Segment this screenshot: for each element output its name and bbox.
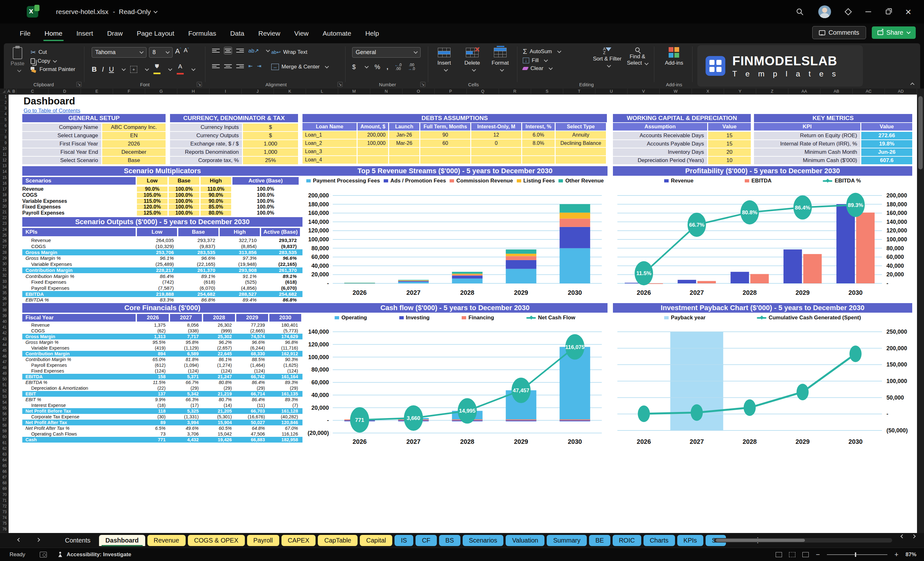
value-cell: 96.6% <box>236 339 269 345</box>
sheet-tab-valuation[interactable]: Valuation <box>506 535 544 546</box>
input-cell[interactable]: Loan_1 <box>303 131 357 139</box>
normal-view-icon[interactable] <box>776 552 782 557</box>
sheet-tab-payroll[interactable]: Payroll <box>247 535 279 546</box>
input-cell[interactable]: 100.0% <box>169 204 200 210</box>
input-cell[interactable]: Mar-26 <box>389 140 419 147</box>
input-cell[interactable]: 115.0% <box>137 199 168 204</box>
sheet-tab-bs[interactable]: BS <box>439 535 460 546</box>
input-cell[interactable]: 105.0% <box>137 193 168 198</box>
sheet-tab-kpis[interactable]: KPIs <box>677 535 704 546</box>
value-cell: 19.8% <box>861 140 912 148</box>
input-cell[interactable] <box>389 148 419 155</box>
input-cell[interactable]: Jan-26 <box>389 131 419 139</box>
page-break-view-icon[interactable] <box>802 552 809 557</box>
input-cell[interactable]: $ <box>243 123 298 131</box>
page-layout-view-icon[interactable] <box>789 552 795 557</box>
value-cell[interactable]: 15 <box>708 132 751 140</box>
input-cell[interactable]: 85.0% <box>201 204 231 210</box>
input-cell[interactable]: 2026 <box>102 140 166 148</box>
vertical-scrollbar[interactable] <box>917 88 924 533</box>
input-cell[interactable] <box>522 156 555 164</box>
zoom-level[interactable]: 87% <box>906 552 916 558</box>
input-cell[interactable] <box>358 156 388 164</box>
prev-sheet-chevron-icon[interactable] <box>17 538 21 542</box>
input-cell[interactable]: 6.0% <box>522 131 555 139</box>
zoom-slider-thumb[interactable] <box>855 552 856 557</box>
macro-record-icon[interactable] <box>40 552 47 558</box>
input-cell[interactable]: 90 <box>420 131 470 139</box>
sheet-tab-cf[interactable]: CF <box>416 535 437 546</box>
input-cell[interactable]: 1,000 <box>243 148 298 156</box>
sheet-tab-be[interactable]: BE <box>589 535 610 546</box>
input-cell[interactable]: 120.0% <box>137 204 168 210</box>
input-cell[interactable]: 0 <box>471 140 521 147</box>
next-sheet-chevron-icon[interactable] <box>36 538 40 542</box>
zoom-slider[interactable] <box>827 554 887 555</box>
input-cell[interactable]: 100.0% <box>169 210 200 216</box>
sheet-tab-contents[interactable]: Contents <box>58 535 97 546</box>
sheet-tab-revenue[interactable]: Revenue <box>147 535 186 546</box>
value-cell[interactable]: 15 <box>708 140 751 148</box>
input-cell[interactable] <box>556 156 606 164</box>
input-cell[interactable]: $ <box>243 132 298 140</box>
value-cell[interactable]: 20 <box>708 148 751 156</box>
input-cell[interactable] <box>389 156 419 164</box>
sheet-tab-captable[interactable]: CapTable <box>318 535 358 546</box>
input-cell[interactable] <box>556 148 606 155</box>
input-cell[interactable] <box>471 148 521 155</box>
input-cell[interactable]: Base <box>102 157 166 164</box>
value-cell[interactable]: 10 <box>708 157 751 164</box>
value-cell: (1,274) <box>203 362 236 368</box>
value-cell: 19,426 <box>203 437 236 442</box>
input-cell[interactable]: December <box>102 148 166 156</box>
input-cell[interactable]: 100,000 <box>358 140 388 147</box>
sheet-tab-roic[interactable]: ROIC <box>613 535 641 546</box>
input-cell[interactable] <box>471 156 521 164</box>
input-cell[interactable]: 125.0% <box>137 210 168 216</box>
input-cell[interactable]: Declining Balance <box>556 140 606 147</box>
input-cell[interactable]: Loan_4 <box>303 156 357 164</box>
table-row: Accounts Payable Days15 <box>613 140 751 148</box>
input-cell[interactable] <box>358 148 388 155</box>
input-cell[interactable]: 200,000 <box>358 131 388 139</box>
zoom-in-button[interactable]: + <box>894 550 898 559</box>
input-cell[interactable]: 60 <box>420 140 470 147</box>
input-cell[interactable]: ABC Company Inc. <box>102 123 166 131</box>
zoom-out-button[interactable]: − <box>816 550 820 559</box>
input-cell[interactable]: 90.0% <box>201 199 231 204</box>
input-cell[interactable]: 12 <box>471 131 521 139</box>
input-cell[interactable]: EN <box>102 132 166 140</box>
sheet-tab-is[interactable]: IS <box>394 535 413 546</box>
input-cell[interactable]: 90.0% <box>137 187 168 192</box>
input-cell[interactable]: 100.0% <box>169 199 200 204</box>
input-cell[interactable]: Loan_2 <box>303 140 357 147</box>
vertical-scrollbar-thumb[interactable] <box>918 96 923 170</box>
toc-link[interactable]: Go to Table of Contents <box>24 108 80 114</box>
horizontal-scrollbar[interactable] <box>714 538 892 543</box>
input-cell[interactable] <box>420 156 470 164</box>
input-cell[interactable]: 90.0% <box>201 193 231 198</box>
input-cell[interactable]: 80.0% <box>201 210 231 216</box>
horizontal-scrollbar-thumb[interactable] <box>716 539 805 542</box>
accessibility-status[interactable]: Accessibility: Investigate <box>66 552 131 558</box>
input-cell[interactable]: 8.0% <box>522 140 555 147</box>
sheet-tab-cogs-opex[interactable]: COGS & OPEX <box>188 535 245 546</box>
input-cell[interactable]: Annuity <box>556 131 606 139</box>
sheet-tab-scenarios[interactable]: Scenarios <box>463 535 504 546</box>
input-cell[interactable]: Loan_3 <box>303 148 357 155</box>
input-cell[interactable]: 100.0% <box>169 187 200 192</box>
sheet-tab-charts[interactable]: Charts <box>644 535 675 546</box>
input-cell[interactable]: 110.0% <box>201 187 231 192</box>
input-cell[interactable] <box>522 148 555 155</box>
input-cell[interactable]: 100.0% <box>169 193 200 198</box>
scroll-left-chevron-icon[interactable] <box>900 534 904 538</box>
input-cell[interactable]: 25% <box>243 157 298 164</box>
sheet-tab-capex[interactable]: CAPEX <box>282 535 316 546</box>
sheet-tab-dashboard[interactable]: Dashboard <box>99 535 145 546</box>
input-cell[interactable]: 1.000 <box>243 140 298 148</box>
input-cell[interactable] <box>420 148 470 155</box>
scroll-right-chevron-icon[interactable] <box>912 534 916 538</box>
table-row: Contribution Margin8946,58922,64568,3301… <box>22 351 303 357</box>
sheet-tab-capital[interactable]: Capital <box>360 535 392 546</box>
sheet-tab-summary[interactable]: Summary <box>547 535 587 546</box>
